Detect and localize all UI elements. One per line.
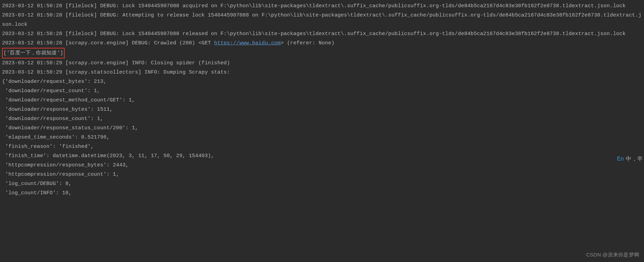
log-line: 2023-03-12 01:50:28 [filelock] DEBUG: Lo… — [2, 29, 642, 39]
highlighted-output: ['百度一下，你就知道'] — [2, 48, 65, 58]
ime-mode: 中，半 — [626, 154, 643, 163]
stats-line: 'httpcompression/response_bytes': 2443, — [2, 161, 642, 170]
stats-line: 'elapsed_time_seconds': 0.521796, — [2, 133, 642, 142]
stats-line: 'httpcompression/response_count': 1, — [2, 170, 642, 179]
stats-line: 'finish_time': datetime.datetime(2023, 3… — [2, 151, 642, 161]
stats-line: 'finish_reason': 'finished', — [2, 142, 642, 151]
stats-line: 'downloader/response_status_count/200': … — [2, 123, 642, 133]
log-line: 2023-03-12 01:50:29 [scrapy.core.engine]… — [2, 58, 642, 68]
stats-line: 'log_count/INFO': 10, — [2, 188, 642, 198]
ime-language: En — [617, 154, 624, 163]
log-line: 2023-03-12 01:50:28 [filelock] DEBUG: Lo… — [2, 1, 642, 11]
csdn-watermark: CSDN @原来你是梦啊 — [586, 250, 639, 259]
stats-line: 'downloader/response_count': 1, — [2, 114, 642, 123]
stats-line: 'downloader/request_count': 1, — [2, 86, 642, 96]
stats-line: {'downloader/request_bytes': 213, — [2, 77, 642, 86]
crawled-url-link[interactable]: https://www.baidu.com — [214, 40, 281, 46]
log-line: 2023-03-12 01:50:28 [filelock] DEBUG: At… — [2, 11, 642, 29]
log-line: 2023-03-12 01:50:28 [scrapy.core.engine]… — [2, 39, 642, 48]
log-line: 2023-03-12 01:50:29 [scrapy.statscollect… — [2, 68, 642, 77]
spider-output-line: ['百度一下，你就知道'] — [2, 48, 642, 58]
ime-indicator[interactable]: En 中，半 — [617, 154, 643, 163]
stats-line: 'downloader/request_method_count/GET': 1… — [2, 96, 642, 105]
console-output[interactable]: 2023-03-12 01:50:28 [filelock] DEBUG: Lo… — [2, 1, 642, 198]
stats-line: 'downloader/response_bytes': 1511, — [2, 105, 642, 114]
log-text: > (referer: None) — [281, 40, 334, 46]
stats-line: 'log_count/DEBUG': 8, — [2, 179, 642, 188]
log-text: 2023-03-12 01:50:28 [scrapy.core.engine]… — [2, 40, 214, 46]
